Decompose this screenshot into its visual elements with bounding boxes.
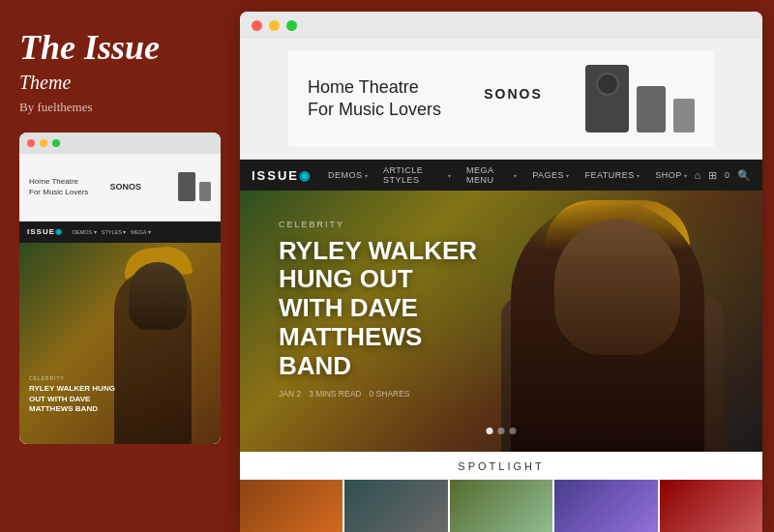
mini-ad-brand: SONOS (109, 182, 141, 192)
nav-link-article-styles[interactable]: ARTICLE STYLES ▾ (376, 165, 458, 185)
spotlight-image-4[interactable] (552, 480, 657, 532)
spotlight-images (240, 479, 762, 532)
mini-nav-item: STYLES ▾ (102, 229, 127, 235)
mini-hero-headline: RYLEY WALKER HUNGOUT WITH DAVEMATTHEWS B… (29, 384, 163, 414)
mini-logo-accent: ◉ (55, 227, 63, 236)
ad-headline: Home Theatre For Music Lovers (308, 76, 441, 122)
dot-yellow (269, 20, 280, 31)
sidebar-author: By fuelthemes (19, 100, 221, 115)
home-icon[interactable]: ⌂ (694, 169, 700, 181)
hero-dot-3[interactable] (510, 428, 517, 434)
mini-ad-headline: Home TheatreFor Music Lovers (29, 176, 88, 197)
main-browser: Home Theatre For Music Lovers SONOS ISSU… (240, 12, 762, 532)
dot-red (252, 20, 262, 31)
hero-carousel-dots[interactable] (487, 428, 517, 434)
ad-text-block: Home Theatre For Music Lovers (308, 76, 441, 122)
ad-speakers (585, 65, 695, 133)
spotlight-image-3[interactable] (448, 480, 552, 532)
site-logo-accent: ◉ (299, 168, 312, 183)
chevron-down-icon: ▾ (514, 172, 518, 179)
spotlight-image-2[interactable] (342, 480, 447, 532)
hero-face (554, 220, 680, 355)
grid-icon[interactable]: ⊞ (708, 169, 717, 182)
hero-category: CELEBRITY (279, 220, 491, 229)
mini-navbar: ISSUE◉ DEMOS ▾ STYLES ▾ MEGA ▾ (19, 222, 221, 243)
chevron-down-icon: ▾ (637, 172, 640, 179)
mini-hero-face (129, 262, 187, 330)
ad-content: Home Theatre For Music Lovers SONOS (288, 50, 714, 147)
spotlight-label: SPOTLIGHT (458, 460, 544, 472)
mini-hero-category: CELEBRITY (29, 375, 163, 381)
mini-browser-content: Home TheatreFor Music Lovers SONOS ISSUE… (19, 154, 221, 444)
ad-banner: Home Theatre For Music Lovers SONOS (240, 39, 762, 160)
speaker-main-icon (585, 65, 629, 133)
ad-brand: SONOS (484, 86, 543, 102)
spotlight-image-5[interactable] (658, 480, 762, 532)
search-icon[interactable]: 🔍 (737, 169, 751, 182)
mini-dot-yellow (40, 139, 47, 147)
mini-ad-text-block: Home TheatreFor Music Lovers (29, 176, 88, 197)
mini-hero-text: CELEBRITY RYLEY WALKER HUNGOUT WITH DAVE… (29, 375, 163, 414)
site-logo[interactable]: ISSUE◉ (252, 168, 312, 183)
mini-browser-bar (19, 133, 221, 154)
site-navbar: ISSUE◉ DEMOS ▾ ARTICLE STYLES ▾ MEGA MEN… (240, 160, 762, 191)
chevron-down-icon: ▾ (566, 172, 570, 179)
mini-browser-preview: Home TheatreFor Music Lovers SONOS ISSUE… (19, 133, 221, 444)
mini-speaker-main (178, 172, 195, 201)
hero-date: JAN 2 (279, 389, 301, 399)
spotlight-bar: SPOTLIGHT (240, 452, 762, 479)
dot-green (286, 20, 297, 31)
speaker-small-icon (637, 86, 666, 133)
nav-link-shop[interactable]: SHOP ▾ (648, 165, 694, 185)
mini-nav-items: DEMOS ▾ STYLES ▾ MEGA ▾ (73, 229, 151, 235)
mini-nav-item: DEMOS ▾ (73, 229, 97, 235)
nav-link-pages[interactable]: PAGES ▾ (525, 165, 576, 185)
mini-dot-red (27, 139, 35, 147)
hero-section: CELEBRITY RYLEY WALKER HUNG OUT WITH DAV… (240, 191, 762, 452)
nav-link-mega-menu[interactable]: MEGA MENU ▾ (460, 165, 523, 185)
sidebar-subtitle: Theme (19, 72, 221, 94)
hero-dot-1[interactable] (487, 428, 493, 434)
hero-shares: 0 SHARES (369, 389, 409, 399)
chevron-down-icon: ▾ (365, 172, 369, 179)
speaker-tiny-icon (673, 99, 695, 133)
hero-meta: JAN 2 3 MINS READ 0 SHARES (279, 389, 491, 399)
mini-dot-green (52, 139, 60, 147)
hero-headline: RYLEY WALKER HUNG OUT WITH DAVE MATTHEWS… (279, 237, 491, 381)
sidebar: The Issue Theme By fuelthemes Home Theat… (0, 0, 240, 532)
nav-link-features[interactable]: FEATURES ▾ (579, 165, 647, 185)
hero-text-block: CELEBRITY RYLEY WALKER HUNG OUT WITH DAV… (279, 220, 491, 399)
nav-link-demos[interactable]: DEMOS ▾ (321, 165, 374, 185)
hero-dot-2[interactable] (498, 428, 505, 434)
browser-content: Home Theatre For Music Lovers SONOS ISSU… (240, 39, 762, 532)
nav-icons: ⌂ ⊞ 0 🔍 (694, 169, 751, 182)
mini-speaker-small (199, 182, 211, 201)
nav-links: DEMOS ▾ ARTICLE STYLES ▾ MEGA MENU ▾ PAG… (321, 165, 694, 185)
hero-read-time: 3 MINS READ (309, 389, 361, 399)
mini-ad-speaker-icon (163, 163, 211, 211)
mini-ad-banner: Home TheatreFor Music Lovers SONOS (19, 154, 221, 222)
mini-hero: CELEBRITY RYLEY WALKER HUNGOUT WITH DAVE… (19, 243, 221, 444)
mini-logo: ISSUE◉ (27, 227, 63, 236)
chevron-down-icon: ▾ (684, 172, 688, 179)
sidebar-title: The Issue (19, 29, 221, 68)
browser-bar (240, 12, 762, 39)
chevron-down-icon: ▾ (448, 172, 452, 179)
spotlight-image-1[interactable] (240, 480, 342, 532)
cart-count: 0 (725, 170, 729, 180)
mini-nav-item: MEGA ▾ (131, 229, 150, 235)
